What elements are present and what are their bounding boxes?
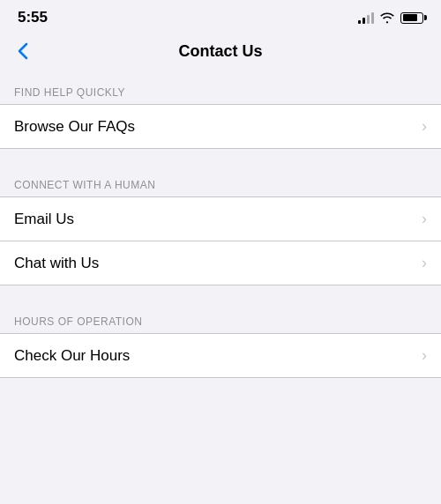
status-bar: 5:55 [0,0,441,32]
list-find-help: Browse Our FAQs › [0,104,441,149]
chevron-right-icon: › [422,117,427,136]
list-item-check-hours[interactable]: Check Our Hours › [0,334,441,377]
status-icons [358,11,423,24]
wifi-icon [379,11,395,24]
back-button[interactable] [14,39,32,63]
list-hours: Check Our Hours › [0,333,441,378]
spacer-2 [0,285,441,303]
chevron-right-icon: › [422,210,427,228]
status-time: 5:55 [18,9,48,26]
nav-header: Contact Us [0,32,441,74]
section-header-hours: HOURS OF OPERATION [0,303,441,333]
chevron-right-icon: › [422,346,427,365]
signal-bars-icon [358,11,374,24]
battery-icon [400,12,423,24]
section-connect-human: CONNECT WITH A HUMAN Email Us › Chat wit… [0,167,441,285]
section-header-connect-human: CONNECT WITH A HUMAN [0,167,441,196]
list-item-chat-with-us[interactable]: Chat with Us › [0,241,441,285]
section-header-find-help: FIND HELP QUICKLY [0,74,441,104]
section-hours: HOURS OF OPERATION Check Our Hours › [0,303,441,378]
section-find-help: FIND HELP QUICKLY Browse Our FAQs › [0,74,441,149]
list-item-browse-faqs[interactable]: Browse Our FAQs › [0,105,441,148]
page-title: Contact Us [178,42,262,61]
list-connect-human: Email Us › Chat with Us › [0,196,441,285]
list-item-email-us[interactable]: Email Us › [0,197,441,241]
chevron-right-icon: › [422,254,427,272]
spacer-1 [0,149,441,167]
